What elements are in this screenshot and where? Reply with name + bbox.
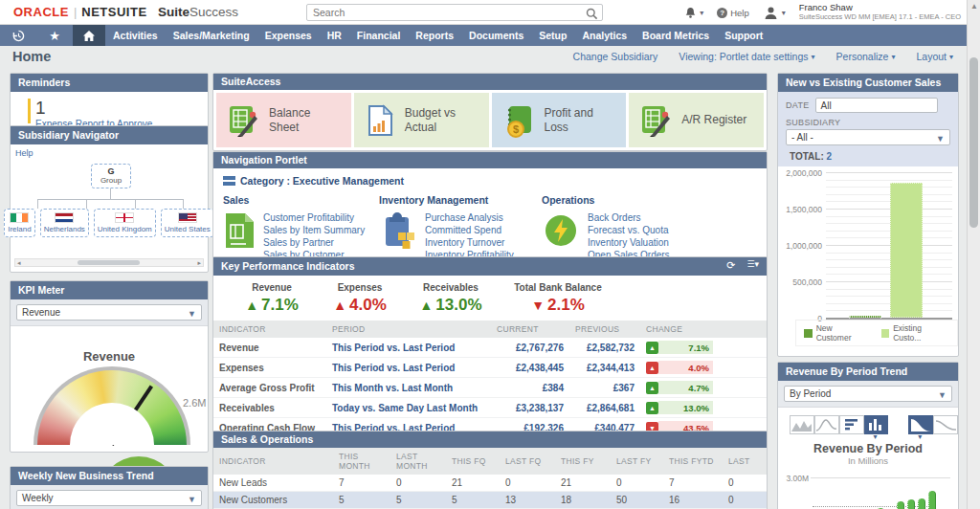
nav-item-documents[interactable]: Documents	[461, 25, 531, 46]
nav-link-customer-profitability[interactable]: Customer Profitability	[263, 211, 365, 224]
reminders-header[interactable]: Reminders	[11, 74, 208, 92]
chart-type-area-icon[interactable]	[790, 415, 814, 434]
portlet-menu-icon[interactable]: ☰▾	[746, 259, 759, 272]
help-button[interactable]: ? Help	[717, 8, 749, 18]
suiteaccess-tile-budget-vs-actual[interactable]: Budget vs Actual	[354, 93, 489, 147]
chart-style-smooth-icon[interactable]	[933, 415, 958, 434]
nav-item-support[interactable]: Support	[717, 25, 770, 46]
bar-existing-customer[interactable]	[890, 183, 923, 318]
nav-item-setup[interactable]: Setup	[531, 25, 574, 46]
period-bar[interactable]	[897, 501, 904, 509]
kpi-header[interactable]: Key Performance Indicators ⟳ ☰▾	[213, 257, 767, 276]
header-link-layout[interactable]: Layout▾	[916, 51, 953, 62]
subsidiary-select[interactable]: - All - ▼	[786, 129, 950, 145]
date-field[interactable]: All	[815, 98, 938, 113]
kpi-period[interactable]: This Month vs. Last Month	[326, 378, 491, 398]
kpi-current[interactable]: £3,238,137	[491, 398, 569, 418]
sales-ops-table-body: New Leads7021021070New Customers55513185…	[213, 475, 767, 509]
chart-type-hbar-icon[interactable]	[839, 415, 864, 434]
nav-link-forecast-vs-quota[interactable]: Forecast vs. Quota	[588, 224, 686, 236]
subsidiary-hscrollbar[interactable]: ◂ ▸	[14, 258, 204, 267]
home-tab[interactable]	[73, 25, 105, 46]
vscroll-thumb[interactable]	[969, 57, 978, 228]
svg-text:$: $	[512, 123, 518, 135]
kpi-period[interactable]: This Period vs. Last Period	[326, 338, 491, 358]
period-bar[interactable]	[928, 491, 936, 509]
suiteaccess-tile-a-r-register[interactable]: A/R Register	[629, 93, 764, 147]
nav-item-activities[interactable]: Activities	[105, 25, 166, 46]
scroll-up-icon[interactable]: ▲	[970, 2, 978, 11]
header-link-change-subsidiary[interactable]: Change Subsidiary	[573, 51, 658, 62]
header-link-personalize[interactable]: Personalize▾	[836, 51, 896, 62]
user-menu[interactable]: ▾	[763, 6, 786, 20]
nav-link-back-orders[interactable]: Back Orders	[588, 211, 686, 224]
kpi-current[interactable]: £384	[491, 378, 569, 398]
period-bar[interactable]	[907, 499, 915, 509]
kpi-meter-select[interactable]: Revenue ▼	[16, 304, 202, 321]
category-icon	[223, 176, 235, 186]
subsidiary-navigator-header[interactable]: Subsidiary Navigator	[11, 126, 208, 144]
sales-ops-header[interactable]: Sales & Operations	[213, 432, 767, 448]
period-bar[interactable]	[918, 498, 925, 509]
kpi-summary-total-bank-balance: Total Bank Balance▼2.1%	[501, 282, 615, 315]
chart-style-filled-icon[interactable]	[908, 415, 933, 434]
nav-item-hr[interactable]: HR	[320, 25, 349, 46]
nav-link-sales-by-partner[interactable]: Sales by Partner	[263, 236, 365, 249]
kpi-change: ▲4.7%	[640, 378, 719, 398]
scroll-right-icon[interactable]: ▸	[197, 259, 201, 267]
search-input[interactable]	[313, 6, 581, 19]
kpi-previous[interactable]: £367	[569, 378, 640, 398]
suiteaccess-tile-balance-sheet[interactable]: Balance Sheet	[216, 93, 351, 147]
kpi-previous[interactable]: £2,582,732	[569, 338, 640, 358]
nav-link-committed-spend[interactable]: Committed Spend	[425, 224, 514, 236]
search-icon[interactable]	[586, 7, 598, 24]
kpi-period[interactable]: This Period vs. Last Period	[326, 358, 491, 378]
weekly-trend-select[interactable]: Weekly ▼	[16, 490, 202, 506]
refresh-icon[interactable]: ⟳	[726, 259, 735, 272]
ledger-icon	[638, 103, 673, 138]
nav-link-purchase-analysis[interactable]: Purchase Analysis	[425, 211, 514, 224]
revenue-trend-header[interactable]: Revenue By Period Trend	[778, 363, 958, 381]
so-value: 0	[500, 475, 555, 492]
kpi-meter-header[interactable]: KPI Meter	[11, 281, 208, 299]
scroll-left-icon[interactable]: ◂	[17, 259, 21, 267]
subsidiary-node-united-kingdom[interactable]: United Kingdom	[94, 209, 156, 237]
category-selector[interactable]: Category : Executive Management	[223, 173, 757, 194]
page-scrollbar[interactable]: ▲	[967, 0, 980, 509]
nav-link-inventory-turnover[interactable]: Inventory Turnover	[425, 236, 514, 249]
bar-new-customer[interactable]	[849, 316, 881, 318]
period-select[interactable]: By Period ▼	[784, 386, 952, 402]
nav-item-expenses[interactable]: Expenses	[257, 25, 320, 46]
subsidiary-node-ireland[interactable]: Ireland	[4, 209, 34, 237]
chart-type-line-icon[interactable]	[814, 415, 839, 434]
header-link-viewing-portlet-date-settings[interactable]: Viewing: Portlet date settings▾	[679, 51, 814, 62]
nav-item-board-metrics[interactable]: Board Metrics	[635, 25, 717, 46]
help-link[interactable]: Help	[15, 148, 33, 158]
nav-item-analytics[interactable]: Analytics	[574, 25, 635, 46]
chart-type-bar-icon[interactable]	[864, 415, 889, 434]
nav-item-sales-marketing[interactable]: Sales/Marketing	[166, 25, 257, 46]
legend-label: New Customer	[816, 323, 868, 343]
navigation-portlet-header[interactable]: Navigation Portlet	[213, 152, 767, 168]
kpi-period[interactable]: Today vs. Same Day Last Month	[326, 398, 491, 418]
notifications-button[interactable]: ▾	[684, 7, 703, 19]
kpi-current[interactable]: £2,767,276	[491, 338, 569, 358]
subsidiary-node-netherlands[interactable]: Netherlands	[40, 209, 89, 237]
new-vs-existing-header[interactable]: New vs Existing Customer Sales	[778, 74, 958, 92]
kpi-current[interactable]: £2,438,445	[491, 358, 569, 378]
nav-link-sales-by-item-summary[interactable]: Sales by Item Summary	[263, 224, 365, 236]
weekly-trend-header[interactable]: Weekly New Business Trend	[11, 467, 208, 485]
subsidiary-root-node[interactable]: G Group	[91, 164, 131, 188]
suiteaccess-header[interactable]: SuiteAccess	[213, 74, 767, 90]
nav-link-inventory-valuation[interactable]: Inventory Valuation	[588, 236, 686, 249]
hscroll-thumb[interactable]	[78, 260, 140, 265]
suiteaccess-tile-profit-and-loss[interactable]: $Profit and Loss	[492, 93, 627, 147]
recent-records-button[interactable]	[0, 25, 36, 46]
kpi-previous[interactable]: £2,864,681	[569, 398, 640, 418]
so-col-this-fy: THIS FY	[555, 448, 611, 475]
nav-item-financial[interactable]: Financial	[349, 25, 409, 46]
subsidiary-node-united-states[interactable]: United States	[161, 209, 214, 237]
shortcuts-button[interactable]: ★	[36, 25, 73, 46]
nav-item-reports[interactable]: Reports	[408, 25, 461, 46]
kpi-previous[interactable]: £2,344,413	[569, 358, 640, 378]
